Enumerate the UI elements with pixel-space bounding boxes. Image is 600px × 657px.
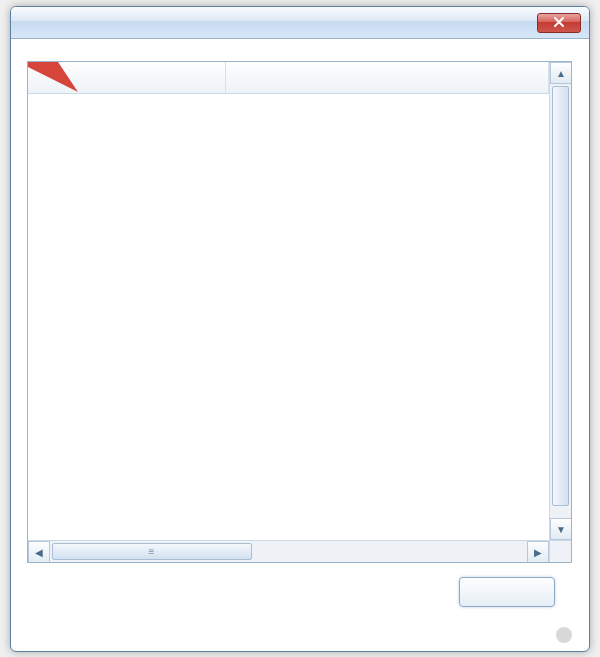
close-icon — [553, 16, 565, 30]
scroll-left-button[interactable]: ◀ — [28, 541, 50, 563]
wechat-icon — [556, 627, 572, 643]
vscroll-thumb[interactable] — [552, 86, 569, 506]
horizontal-scrollbar[interactable]: ◀ ≡ ▶ — [28, 540, 549, 562]
window-close-button[interactable] — [537, 13, 581, 33]
list-inner — [28, 62, 549, 540]
vscroll-track[interactable] — [550, 84, 571, 518]
chevron-down-icon: ▼ — [556, 524, 566, 535]
chevron-right-icon: ▶ — [534, 547, 542, 558]
hscroll-thumb[interactable]: ≡ — [52, 543, 252, 560]
chevron-up-icon: ▲ — [556, 68, 566, 79]
scrollbar-corner — [549, 540, 571, 562]
hscroll-track[interactable]: ≡ — [50, 541, 527, 562]
details-listbox: ▲ ▼ ◀ ≡ ▶ — [27, 61, 572, 563]
scroll-down-button[interactable]: ▼ — [550, 518, 572, 540]
titlebar — [11, 7, 589, 39]
dialog-body: ▲ ▼ ◀ ≡ ▶ — [11, 39, 589, 621]
rows-container — [28, 94, 549, 98]
watermark — [556, 627, 576, 643]
grip-icon: ≡ — [149, 546, 156, 557]
scroll-up-button[interactable]: ▲ — [550, 62, 572, 84]
dialog-window: ▲ ▼ ◀ ≡ ▶ — [10, 6, 590, 652]
vertical-scrollbar[interactable]: ▲ ▼ — [549, 62, 571, 540]
dialog-footer — [27, 563, 573, 607]
column-header-row — [28, 62, 549, 94]
column-header-value[interactable] — [226, 62, 549, 93]
chevron-left-icon: ◀ — [35, 547, 43, 558]
scroll-right-button[interactable]: ▶ — [527, 541, 549, 563]
column-header-property[interactable] — [28, 62, 226, 93]
close-button[interactable] — [459, 577, 555, 607]
